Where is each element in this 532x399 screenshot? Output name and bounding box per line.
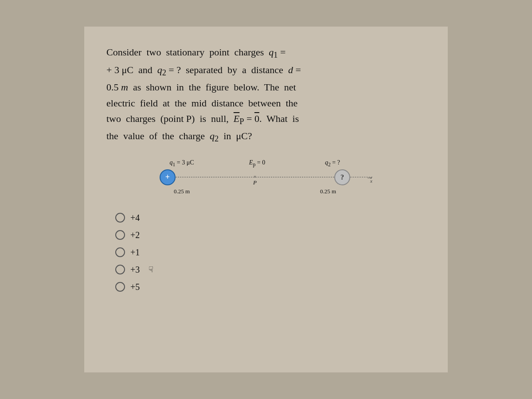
radio-plus2[interactable]	[115, 230, 125, 240]
q1-label: q1 = 3 μC	[160, 159, 204, 168]
option-plus5-label: +5	[130, 282, 140, 292]
radio-plus4[interactable]	[115, 213, 125, 223]
radio-plus1[interactable]	[115, 247, 125, 257]
radio-plus5[interactable]	[115, 282, 125, 292]
option-plus5[interactable]: +5	[115, 282, 426, 292]
option-plus2[interactable]: +2	[115, 230, 426, 240]
option-plus1[interactable]: +1	[115, 247, 426, 258]
radio-plus3[interactable]	[115, 265, 125, 274]
option-plus3[interactable]: +3 ☟	[115, 265, 426, 275]
dist-left-label: 0.25 m	[160, 188, 204, 195]
option-plus4[interactable]: +4	[115, 213, 426, 223]
q1-charge-circle: +	[160, 169, 176, 185]
option-plus4-label: +4	[130, 213, 140, 223]
diagram: q1 = 3 μC Ep = 0 q2 = ? + × P ?	[106, 159, 426, 195]
option-plus3-label: +3	[130, 265, 140, 275]
question-card: Consider two stationary point charges q1…	[84, 27, 448, 372]
answer-options: +4 +2 +1 +3 ☟ +5	[115, 213, 426, 292]
ep-label: Ep = 0	[204, 159, 310, 168]
option-plus2-label: +2	[130, 230, 140, 240]
option-plus1-label: +1	[130, 247, 140, 258]
cursor-icon: ☟	[149, 265, 153, 274]
q2-label: q2 = ?	[310, 159, 355, 168]
problem-statement: Consider two stationary point charges q1…	[106, 44, 426, 146]
dist-right-label: 0.25 m	[306, 188, 350, 195]
q2-charge-circle: ?	[334, 169, 350, 185]
